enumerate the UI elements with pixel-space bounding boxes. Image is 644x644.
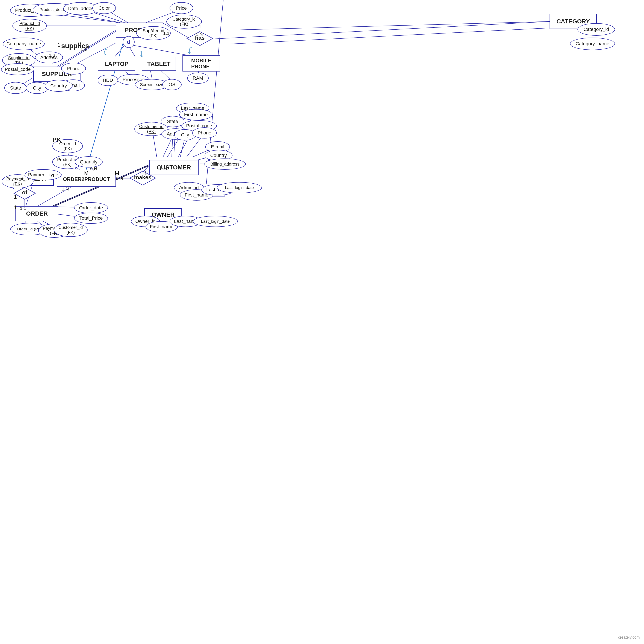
mobile-phone-entity: MOBILEPHONE	[182, 55, 220, 71]
attr-country-sup: Country	[45, 80, 73, 92]
er-diagram: PRODUCT SUPPLIER CATEGORY LAPTOP TABLET …	[0, 0, 644, 644]
attr-hdd: HDD	[98, 75, 118, 86]
isa-d-symbol: d	[123, 36, 135, 48]
card-1-makes-right: 1	[144, 170, 147, 176]
svg-line-23	[114, 45, 125, 58]
attr-company-name: Company_name	[3, 38, 45, 50]
card-1-supplies: 1	[58, 42, 60, 48]
attr-city-sup: City	[26, 82, 48, 94]
svg-text:makes: makes	[134, 174, 152, 181]
attr-price: Price	[170, 2, 193, 14]
svg-line-48	[38, 185, 75, 206]
card-13-supplies: 1,3	[49, 53, 55, 58]
card-m-has-left: M	[150, 27, 155, 33]
attr-phone-cust: Phone	[192, 127, 217, 138]
card-11-of-bottom: 1,1	[20, 206, 26, 211]
svg-line-9	[230, 28, 550, 44]
attr-product-id-pk: Product_id(PK)	[12, 19, 47, 33]
svg-line-11	[206, 21, 550, 39]
attr-phone-sup: Phone	[61, 63, 86, 74]
card-0n-o2p: 0,N	[90, 166, 97, 171]
isa-arrow-tablet: ⤵	[139, 49, 143, 59]
pk-label: PK	[53, 136, 61, 143]
attr-state-sup: State	[4, 82, 27, 94]
attr-last-login-adm: Last_login_date	[217, 182, 262, 193]
makes-diamond: makes	[129, 170, 157, 186]
watermark: creately.com	[618, 635, 640, 640]
attr-category-name: Category_name	[570, 38, 615, 50]
card-m-o2p: M	[84, 170, 88, 176]
attr-category-id-fk: Category_id(FK)	[166, 15, 202, 29]
attr-first-name-cust: First_name	[179, 109, 213, 120]
card-m-makes-left: M	[115, 170, 119, 176]
isa-arrow-laptop: ⤵	[102, 46, 109, 56]
isa-arrow-mobile: ⤵	[188, 46, 192, 56]
card-1n-makes-left: 1,N	[116, 176, 123, 181]
card-1-of-top: 1	[14, 194, 17, 200]
attr-quantity: Quantity	[75, 156, 103, 167]
svg-text:of: of	[22, 189, 27, 196]
card-1n-o2p-bottom: 1,N	[62, 186, 69, 191]
attr-order-date: Order_date	[74, 202, 108, 213]
card-0n-makes-right: 0,N	[160, 166, 167, 171]
card-m-supplies: M	[77, 41, 82, 47]
card-1-of-bottom: 1	[14, 204, 17, 210]
svg-line-8	[231, 21, 550, 30]
attr-billing-address: Billing_address	[204, 158, 246, 170]
attr-payment-type: Payment_type	[25, 169, 62, 180]
attr-ram: RAM	[187, 73, 209, 84]
tablet-entity: TABLET	[142, 57, 176, 71]
connections-svg	[0, 0, 644, 644]
attr-color: Color	[92, 2, 116, 14]
attr-os: OS	[162, 79, 182, 90]
attr-category-id: Category_id	[577, 23, 615, 36]
attr-total-price: Total_Price	[74, 212, 108, 224]
svg-line-49	[86, 23, 129, 171]
card-11-of-top: 1,1	[19, 177, 25, 182]
card-1-has-right: 1	[199, 24, 201, 30]
attr-customer-id-fk-ord: Customer_id(FK)	[54, 223, 88, 237]
attr-last-login-own: Last_login_date	[193, 216, 238, 227]
card-1n-has: 1,N	[196, 32, 203, 37]
card-11-supplies: 1,1	[81, 47, 87, 52]
card-11-has: 1,1	[163, 31, 169, 36]
laptop-entity: LAPTOP	[98, 57, 135, 71]
attr-postal-code-sup: Postal_code	[1, 63, 34, 75]
